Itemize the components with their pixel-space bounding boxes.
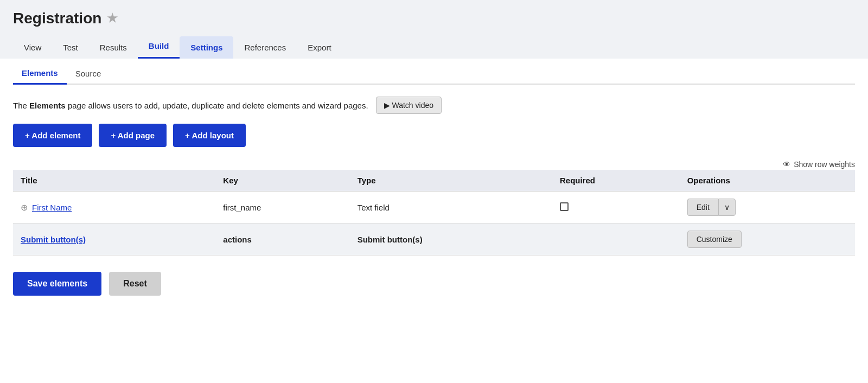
content-area: Elements Source The Elements page allows… — [0, 59, 868, 309]
description-text: The Elements page allows users to add, u… — [13, 101, 368, 110]
eye-icon: 👁 — [783, 160, 790, 169]
col-operations: Operations — [680, 170, 855, 192]
sub-tab-elements[interactable]: Elements — [13, 63, 67, 85]
col-required: Required — [552, 170, 680, 192]
submit-required-cell — [552, 224, 680, 256]
title-text: Registration — [13, 10, 101, 27]
table-row: ⊕ First Name first_name Text field Edit … — [13, 192, 855, 224]
operations-cell: Edit ∨ — [680, 192, 855, 224]
reset-button[interactable]: Reset — [109, 272, 161, 296]
key-cell: first_name — [215, 192, 349, 224]
description-suffix: page allows users to add, update, duplic… — [66, 101, 368, 110]
row-weights-label: Show row weights — [794, 160, 855, 169]
tab-results[interactable]: Results — [89, 36, 138, 59]
main-tabs: View Test Results Build Settings Referen… — [13, 35, 855, 59]
submit-operations-cell: Customize — [680, 224, 855, 256]
edit-button[interactable]: Edit — [687, 199, 718, 216]
tab-export[interactable]: Export — [297, 36, 342, 59]
page-title: Registration ★ — [13, 10, 855, 35]
title-cell: ⊕ First Name — [13, 192, 215, 224]
action-buttons: + Add element + Add page + Add layout — [13, 124, 855, 157]
description-row: The Elements page allows users to add, u… — [13, 85, 855, 124]
submit-key-cell: actions — [215, 224, 349, 256]
table-row: Submit button(s) actions Submit button(s… — [13, 224, 855, 256]
tab-build[interactable]: Build — [138, 35, 180, 59]
add-element-button[interactable]: + Add element — [13, 124, 92, 147]
add-layout-button[interactable]: + Add layout — [173, 124, 246, 147]
sub-tab-source[interactable]: Source — [67, 63, 110, 84]
table-header-row: Title Key Type Required Operations — [13, 170, 855, 192]
first-name-link[interactable]: First Name — [32, 203, 72, 212]
submit-title-cell: Submit button(s) — [13, 224, 215, 256]
tab-test[interactable]: Test — [52, 36, 89, 59]
tab-settings[interactable]: Settings — [180, 36, 233, 59]
save-elements-button[interactable]: Save elements — [13, 272, 101, 296]
show-row-weights-button[interactable]: 👁 Show row weights — [783, 160, 855, 169]
watch-video-button[interactable]: ▶ Watch video — [376, 97, 442, 114]
submit-type-cell: Submit button(s) — [350, 224, 552, 256]
add-page-button[interactable]: + Add page — [99, 124, 167, 147]
col-key: Key — [215, 170, 349, 192]
customize-button[interactable]: Customize — [687, 231, 742, 248]
required-cell — [552, 192, 680, 224]
col-type: Type — [350, 170, 552, 192]
row-weights-row: 👁 Show row weights — [13, 157, 855, 170]
edit-dropdown-button[interactable]: ∨ — [718, 199, 736, 216]
submit-buttons-link[interactable]: Submit button(s) — [21, 235, 86, 244]
required-checkbox[interactable] — [560, 202, 569, 211]
drag-handle-icon[interactable]: ⊕ — [21, 202, 28, 213]
footer-buttons: Save elements Reset — [13, 256, 855, 296]
col-title: Title — [13, 170, 215, 192]
type-cell: Text field — [350, 192, 552, 224]
elements-bold: Elements — [29, 101, 66, 110]
favorite-star-icon[interactable]: ★ — [107, 11, 118, 25]
tab-references[interactable]: References — [233, 36, 297, 59]
elements-table: Title Key Type Required Operations ⊕ Fir… — [13, 170, 855, 256]
sub-tabs: Elements Source — [13, 59, 855, 85]
tab-view[interactable]: View — [13, 36, 52, 59]
